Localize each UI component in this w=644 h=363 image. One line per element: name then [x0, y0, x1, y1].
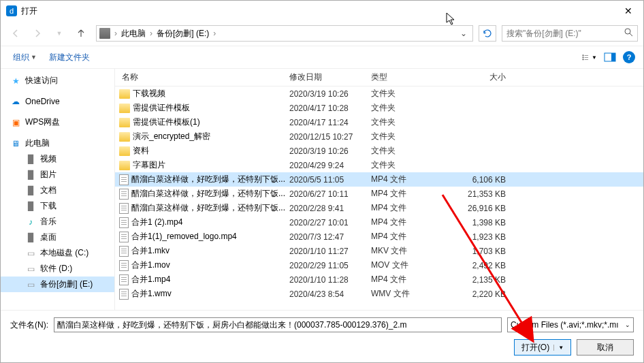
close-button[interactable]: ✕	[619, 5, 638, 16]
forward-button[interactable]	[28, 24, 47, 43]
file-row[interactable]: 合并1.mov2020/2/29 11:05MOV 文件2,492 KB	[115, 258, 643, 272]
back-button[interactable]	[6, 24, 25, 43]
file-date: 2020/6/27 10:11	[289, 189, 371, 199]
file-icon	[119, 203, 129, 214]
search-box[interactable]	[502, 25, 638, 42]
recent-dropdown[interactable]: ▼	[50, 24, 69, 43]
list-view-icon	[582, 52, 590, 62]
breadcrumb-drive[interactable]: 备份[勿删] (E:)	[155, 28, 210, 40]
folder-icon	[119, 118, 130, 127]
sidebar-item[interactable]: ☁OneDrive	[1, 94, 114, 109]
sidebar-item-label: 图片	[40, 169, 57, 180]
file-size: 2,135 KB	[446, 275, 521, 285]
file-name: 字幕图片	[133, 159, 165, 171]
file-date: 2020/2/29 11:05	[289, 261, 371, 270]
file-row[interactable]: 合并1.mkv2020/1/10 11:27MKV 文件1,703 KB	[115, 244, 643, 258]
new-folder-button[interactable]: 新建文件夹	[45, 49, 94, 66]
cloud-icon: ☁	[10, 96, 21, 107]
sidebar-item-label: 本地磁盘 (C:)	[40, 247, 88, 259]
sidebar-item[interactable]: ▉视频	[1, 151, 114, 167]
sidebar-item-label: WPS网盘	[25, 116, 60, 128]
file-size: 1,398 KB	[446, 218, 521, 227]
column-type[interactable]: 类型	[371, 72, 446, 83]
chevron-down-icon: ▼	[553, 345, 564, 351]
svg-line-1	[630, 33, 632, 36]
chevron-right-icon: ›	[212, 29, 217, 38]
filename-input[interactable]	[54, 317, 502, 332]
breadcrumb-pc[interactable]: 此电脑	[120, 28, 147, 40]
file-name: 需提供证件模板(1)	[133, 116, 200, 128]
file-row[interactable]: 醋溜白菜这样做，好吃到爆，还特别下饭...2020/2/28 9:41MP4 文…	[115, 201, 643, 215]
file-date: 2020/2/28 9:41	[289, 204, 371, 213]
help-button[interactable]: ?	[623, 51, 635, 63]
file-row[interactable]: 合并1(1)_removed_logo.mp42020/7/3 12:47MP4…	[115, 230, 643, 244]
file-row[interactable]: 字幕图片2020/4/29 9:24文件夹	[115, 158, 643, 172]
file-icon	[119, 189, 129, 200]
file-date: 2020/12/15 10:27	[289, 132, 371, 142]
file-row[interactable]: 演示_encrypted_解密2020/12/15 10:27文件夹	[115, 129, 643, 144]
sidebar-item[interactable]: ▣WPS网盘	[1, 114, 114, 130]
sidebar-item[interactable]: ♪音乐	[1, 214, 114, 230]
pc-icon: 🖥	[10, 138, 21, 149]
cancel-button[interactable]: 取消	[577, 339, 634, 356]
sidebar-item[interactable]: ▭本地磁盘 (C:)	[1, 245, 114, 261]
file-date: 2020/1/10 11:28	[289, 275, 371, 285]
star-icon: ★	[10, 76, 21, 86]
column-size[interactable]: 大小	[446, 72, 521, 83]
file-icon	[119, 246, 129, 257]
file-name: 醋溜白菜这样做，好吃到爆，还特别下饭...	[131, 202, 285, 214]
file-icon	[119, 289, 129, 300]
file-row[interactable]: 资料2020/3/19 10:26文件夹	[115, 144, 643, 158]
file-list[interactable]: 下载视频2020/3/19 10:26文件夹需提供证件模板2020/4/17 1…	[115, 86, 643, 310]
toolbar: 组织▼ 新建文件夹 ▼ ?	[1, 46, 643, 69]
file-type: 文件夹	[371, 88, 446, 99]
svg-rect-9	[611, 53, 615, 61]
sidebar-item[interactable]: ▉桌面	[1, 230, 114, 245]
file-row[interactable]: 下载视频2020/3/19 10:26文件夹	[115, 86, 643, 101]
open-button[interactable]: 打开(O)▼	[514, 339, 571, 356]
view-mode-button[interactable]: ▼	[582, 51, 597, 63]
preview-pane-button[interactable]	[602, 51, 617, 63]
file-icon	[119, 174, 129, 185]
chevron-right-icon: ›	[113, 29, 118, 38]
file-name: 下载视频	[133, 88, 165, 99]
file-row[interactable]: 醋溜白菜这样做，好吃到爆，还特别下饭...2020/6/27 10:11MP4 …	[115, 187, 643, 201]
breadcrumb-dropdown[interactable]: ⌄	[457, 29, 470, 38]
sidebar-item[interactable]: ▉图片	[1, 167, 114, 183]
sidebar-item[interactable]: 🖥此电脑	[1, 136, 114, 151]
sidebar-item-label: 文档	[40, 185, 57, 196]
organize-button[interactable]: 组织▼	[9, 49, 41, 66]
file-type: MOV 文件	[371, 259, 446, 271]
column-date[interactable]: 修改日期	[289, 72, 371, 83]
sidebar-item[interactable]: ▭备份[勿删] (E:)	[1, 277, 114, 292]
sidebar-item[interactable]: ▉下载	[1, 198, 114, 214]
file-row[interactable]: 合并1 (2).mp42020/2/27 10:01MP4 文件1,398 KB	[115, 215, 643, 230]
sidebar-item-label: 软件 (D:)	[40, 263, 72, 274]
search-input[interactable]	[506, 29, 624, 38]
file-type: WMV 文件	[371, 288, 446, 300]
file-date: 2020/1/10 11:27	[289, 247, 371, 256]
refresh-button[interactable]	[479, 25, 496, 42]
file-date: 2020/4/17 11:24	[289, 118, 371, 127]
file-filter-combo[interactable]: Custom Files (*.avi;*.mkv;*.mı ⌄	[507, 317, 634, 332]
file-size: 6,106 KB	[446, 175, 521, 185]
file-name: 合并1.wmv	[131, 288, 172, 300]
up-button[interactable]	[71, 24, 91, 43]
sidebar-item[interactable]: ▉文档	[1, 183, 114, 198]
file-filter-text: Custom Files (*.avi;*.mkv;*.mı	[511, 320, 619, 330]
search-icon[interactable]	[624, 28, 633, 39]
file-name: 资料	[133, 145, 149, 157]
sidebar-item[interactable]: ▭软件 (D:)	[1, 261, 114, 277]
svg-rect-2	[583, 54, 584, 56]
file-type: MP4 文件	[371, 217, 446, 228]
file-row[interactable]: 合并1.wmv2020/4/23 8:54WMV 文件2,220 KB	[115, 287, 643, 301]
column-name[interactable]: 名称	[119, 72, 289, 83]
file-row[interactable]: 需提供证件模板(1)2020/4/17 11:24文件夹	[115, 115, 643, 129]
breadcrumb[interactable]: › 此电脑 › 备份[勿删] (E:) › ⌄	[96, 25, 473, 42]
file-row[interactable]: 醋溜白菜这样做，好吃到爆，还特别下饭...2020/5/5 11:05MP4 文…	[115, 172, 643, 187]
sidebar-item[interactable]: ★快速访问	[1, 73, 114, 89]
sidebar: ★快速访问☁OneDrive▣WPS网盘🖥此电脑▉视频▉图片▉文档▉下载♪音乐▉…	[1, 69, 115, 310]
sidebar-item-label: 桌面	[40, 232, 57, 243]
file-row[interactable]: 合并1.mp42020/1/10 11:28MP4 文件2,135 KB	[115, 272, 643, 287]
file-row[interactable]: 需提供证件模板2020/4/17 10:28文件夹	[115, 101, 643, 115]
